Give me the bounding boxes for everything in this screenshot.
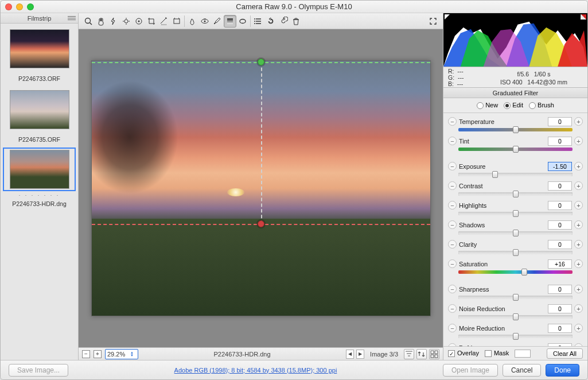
- filmstrip-thumb[interactable]: P2246733.ORF: [3, 26, 76, 82]
- cancel-button[interactable]: Cancel: [503, 364, 541, 377]
- slider-value[interactable]: 0: [548, 304, 572, 313]
- slider-track[interactable]: [458, 335, 573, 338]
- targeted-adjust-icon[interactable]: [133, 15, 145, 28]
- minus-button[interactable]: −: [448, 259, 457, 268]
- slider-knob[interactable]: [513, 230, 519, 236]
- canvas-area[interactable]: [79, 29, 443, 347]
- filmstrip-thumb[interactable]: . . . . . . . P2246733-HDR.dng: [3, 148, 76, 207]
- minus-button[interactable]: −: [448, 324, 457, 332]
- color-sampler-icon[interactable]: [120, 15, 133, 28]
- hand-icon[interactable]: [95, 15, 107, 28]
- slider-track[interactable]: [458, 173, 573, 176]
- plus-button[interactable]: +: [574, 137, 583, 145]
- slider-value[interactable]: 0: [548, 117, 572, 126]
- minus-button[interactable]: −: [448, 220, 457, 229]
- slider-knob[interactable]: [513, 313, 519, 320]
- slider-knob[interactable]: [513, 333, 519, 340]
- plus-button[interactable]: +: [574, 324, 583, 332]
- clear-all-button[interactable]: Clear All: [547, 348, 583, 359]
- minus-button[interactable]: −: [448, 285, 457, 293]
- overlay-checkbox[interactable]: ✓Overlay: [448, 350, 479, 357]
- transform-icon[interactable]: [170, 15, 183, 28]
- slider-track[interactable]: [458, 251, 573, 254]
- graduated-filter-icon[interactable]: [224, 15, 236, 28]
- adjustment-brush-icon[interactable]: [211, 15, 224, 28]
- slider-value[interactable]: 0: [548, 285, 572, 294]
- minus-button[interactable]: −: [448, 137, 457, 145]
- done-button[interactable]: Done: [546, 364, 579, 377]
- plus-button[interactable]: +: [574, 304, 583, 313]
- slider-track[interactable]: [458, 192, 573, 196]
- filmstrip-thumb[interactable]: P2246735.ORF: [3, 87, 76, 143]
- zoom-out-button[interactable]: −: [82, 350, 90, 358]
- slider-value[interactable]: 0: [548, 324, 572, 333]
- rotate-cw-icon[interactable]: [277, 15, 290, 28]
- plus-button[interactable]: +: [574, 162, 583, 170]
- zoom-in-button[interactable]: +: [94, 350, 102, 358]
- slider-knob[interactable]: [513, 210, 519, 217]
- slider-track[interactable]: [458, 212, 573, 215]
- grid-view-icon[interactable]: [429, 349, 439, 359]
- mode-new[interactable]: New: [477, 102, 498, 109]
- slider-knob[interactable]: [513, 126, 519, 133]
- histogram[interactable]: [443, 13, 587, 67]
- rotate-ccw-icon[interactable]: [264, 15, 277, 28]
- slider-value[interactable]: 0: [548, 201, 572, 210]
- slider-value[interactable]: 0: [548, 240, 572, 249]
- slider-track[interactable]: [458, 296, 573, 299]
- slider-knob[interactable]: [521, 269, 527, 276]
- plus-button[interactable]: +: [574, 220, 583, 229]
- plus-button[interactable]: +: [574, 181, 583, 190]
- spot-removal-icon[interactable]: [186, 15, 198, 28]
- slider-knob[interactable]: [513, 146, 519, 153]
- slider-value[interactable]: 0: [548, 137, 572, 146]
- mask-checkbox[interactable]: Mask: [485, 350, 509, 357]
- slider-value[interactable]: 0: [548, 220, 572, 230]
- white-balance-icon[interactable]: [107, 15, 120, 28]
- trash-icon[interactable]: [290, 15, 302, 28]
- red-eye-icon[interactable]: [198, 15, 211, 28]
- filmstrip-menu-icon[interactable]: [68, 15, 76, 21]
- highlight-clipping-icon[interactable]: [581, 14, 586, 20]
- minus-button[interactable]: −: [448, 117, 457, 126]
- gradient-handle-top[interactable]: [258, 59, 264, 65]
- slider-track[interactable]: [458, 315, 573, 319]
- slider-value[interactable]: -1.50: [548, 162, 572, 171]
- minus-button[interactable]: −: [448, 162, 457, 170]
- mode-brush[interactable]: Brush: [529, 102, 554, 109]
- save-image-button[interactable]: Save Image...: [9, 364, 68, 377]
- zoom-select[interactable]: 29.2% ▲▼: [105, 349, 138, 359]
- zoom-icon[interactable]: [82, 15, 95, 28]
- minus-button[interactable]: −: [448, 181, 457, 190]
- gradient-handle-bottom[interactable]: [258, 220, 264, 227]
- slider-value[interactable]: 0: [548, 181, 572, 191]
- slider-track[interactable]: [458, 148, 573, 151]
- list-icon[interactable]: [252, 15, 264, 28]
- mask-color-swatch[interactable]: [515, 350, 531, 358]
- plus-button[interactable]: +: [574, 259, 583, 268]
- minus-button[interactable]: −: [448, 201, 457, 210]
- slider-knob[interactable]: [492, 171, 498, 178]
- minus-button[interactable]: −: [448, 304, 457, 313]
- plus-button[interactable]: +: [574, 201, 583, 210]
- mode-edit[interactable]: Edit: [504, 102, 523, 109]
- straighten-icon[interactable]: [158, 15, 170, 28]
- slider-track[interactable]: [458, 231, 573, 235]
- slider-knob[interactable]: [513, 249, 519, 256]
- slider-track[interactable]: [458, 270, 573, 274]
- fullscreen-icon[interactable]: [427, 15, 439, 28]
- radial-filter-icon[interactable]: [236, 15, 249, 28]
- photo-preview[interactable]: [91, 60, 431, 316]
- slider-track[interactable]: [458, 128, 573, 131]
- plus-button[interactable]: +: [574, 240, 583, 249]
- crop-icon[interactable]: [145, 15, 158, 28]
- slider-knob[interactable]: [513, 294, 519, 301]
- open-image-button[interactable]: Open Image: [443, 364, 498, 377]
- workflow-options-link[interactable]: Adobe RGB (1998); 8 bit; 4584 by 3438 (1…: [73, 367, 438, 374]
- plus-button[interactable]: +: [574, 117, 583, 126]
- slider-knob[interactable]: [513, 191, 519, 197]
- next-image-button[interactable]: ▶: [356, 350, 364, 359]
- shadow-clipping-icon[interactable]: [445, 14, 450, 20]
- minus-button[interactable]: −: [448, 240, 457, 249]
- sort-icon[interactable]: [416, 349, 427, 359]
